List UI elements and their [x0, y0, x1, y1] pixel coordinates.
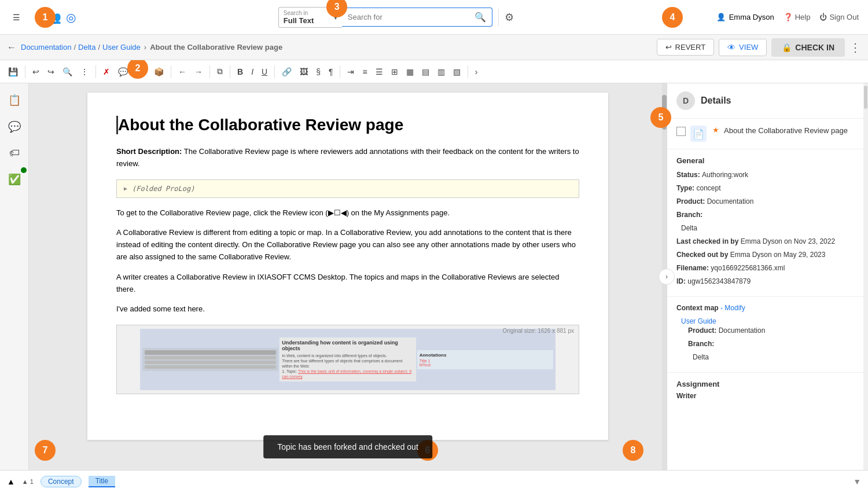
status-row: Status: Authoring:work [676, 170, 854, 180]
back-button[interactable]: ← [7, 42, 16, 53]
image-button[interactable]: 🖼 [296, 65, 311, 79]
section-button[interactable]: § [312, 65, 324, 79]
paragraph-3: A writer creates a Collaborative Review … [116, 271, 579, 296]
breadcrumb-delta[interactable]: Delta [78, 43, 95, 52]
format-btn-3[interactable]: ▥ [434, 65, 448, 79]
next-button[interactable]: → [191, 65, 206, 79]
user-guide-link[interactable]: User Guide [681, 317, 716, 325]
doc-type-icon: 📄 [690, 126, 707, 142]
filename-row: Filename: yqo1669225681366.xml [676, 263, 854, 273]
help-icon: ❓ [784, 13, 793, 21]
ul-button[interactable]: ☰ [372, 65, 387, 79]
expand-toolbar-button[interactable]: › [472, 65, 481, 79]
search-in-label: Search in [284, 10, 328, 16]
doc-display-name: About the Collaborative Review page [724, 126, 848, 136]
breadcrumb: Documentation / Delta / User Guide › Abo… [21, 43, 282, 52]
checkin-label: CHECK IN [795, 43, 834, 52]
details-doc-item: 📄 ★ About the Collaborative Review page [667, 119, 863, 149]
toolbar-more-button[interactable]: ⋮ [77, 65, 92, 79]
redo-button[interactable]: ↪ [44, 65, 58, 79]
left-panel: 📋 💬 🏷 ✅ [0, 83, 29, 470]
toolbar-divider-5 [230, 65, 230, 78]
search-input-wrap: 🔍 [342, 8, 492, 27]
breadcrumb-documentation[interactable]: Documentation [21, 43, 71, 52]
status-bar-collapse[interactable]: ▼ [853, 477, 861, 486]
format-btn-2[interactable]: ▤ [418, 65, 433, 79]
find-button[interactable]: 🔍 [59, 65, 76, 79]
context-branch-value: Delta [681, 352, 854, 362]
block-button[interactable]: 📦 [150, 65, 167, 79]
filter-button[interactable]: ⚙ [505, 11, 514, 24]
search-area: 3 Search in Full Text ▼ 🔍 ⚙ [83, 7, 709, 28]
breadcrumb-userguide[interactable]: User Guide [102, 43, 141, 52]
left-panel-icon-3[interactable]: 🏷 [6, 144, 23, 163]
more-options-button[interactable]: ⋮ [849, 41, 861, 54]
status-bar: ▲ ▲ 1 Concept Title ▼ [0, 470, 868, 492]
search-input[interactable] [342, 8, 469, 26]
bold-button[interactable]: B [234, 65, 247, 79]
doc-checkbox[interactable] [676, 127, 686, 136]
checkin-button[interactable]: 🔒 CHECK IN [771, 38, 845, 57]
concept-tab[interactable]: Concept [41, 476, 82, 487]
badge-8: 8 [623, 440, 643, 461]
left-panel-icon-4[interactable]: ✅ [5, 170, 24, 189]
badge-7: 7 [35, 440, 56, 461]
delete-button[interactable]: ✗ [100, 65, 113, 79]
view-button[interactable]: 👁 VIEW [719, 39, 767, 56]
toolbar-divider-8 [468, 65, 468, 78]
note-button[interactable]: 📝 [133, 65, 149, 79]
title-label: Title [95, 477, 108, 485]
checked-out-row: Checked out by Emma Dyson on May 29, 202… [676, 249, 854, 260]
title-tab[interactable]: Title [89, 476, 115, 487]
right-panel-container: › 5 D Details 📄 ★ About the Collaborativ… [667, 83, 868, 470]
para-button[interactable]: ¶ [325, 65, 337, 79]
assignment-section: Assignment Writer [667, 373, 863, 407]
page-number[interactable]: ▲ 1 [22, 478, 34, 485]
help-button[interactable]: ❓ Help [784, 13, 811, 21]
preview-size-label: Original size: 1626 x 881 px [503, 328, 574, 334]
details-header: D Details [667, 83, 863, 119]
context-map-modify[interactable]: - Modify [720, 304, 745, 312]
details-initial: D [676, 91, 695, 110]
right-panel-scrollbar[interactable] [863, 83, 868, 470]
toolbar-divider-3 [171, 65, 171, 78]
status-bar-expand[interactable]: ▲ [7, 477, 15, 486]
ol-button[interactable]: ≡ [359, 65, 370, 79]
indent-button[interactable]: ⇥ [344, 65, 358, 79]
product-row: Product: Documentation [676, 196, 854, 207]
search-in-dropdown[interactable]: Search in Full Text ▼ [278, 7, 342, 28]
revert-button[interactable]: ↩ REVERT [657, 39, 715, 56]
paragraph-4: I've added some text here. [116, 303, 579, 315]
dropdown-arrow-icon: ▼ [333, 14, 339, 20]
undo-button[interactable]: ↩ [29, 65, 43, 79]
copy-button[interactable]: ⧉ [214, 64, 226, 79]
save-button[interactable]: 💾 [5, 65, 21, 79]
short-desc-label: Short Description: [116, 147, 182, 156]
hamburger-menu[interactable]: ☰ [9, 10, 24, 24]
left-panel-icon-2[interactable]: 💬 [5, 117, 24, 137]
table-button[interactable]: ⊞ [388, 65, 402, 79]
panel-collapse-button[interactable]: › [659, 269, 675, 285]
scrollbar-thumb [662, 95, 667, 130]
doc-star-icon: ★ [712, 126, 719, 134]
prev-button[interactable]: ← [175, 65, 190, 79]
format-btn-4[interactable]: ▧ [450, 65, 464, 79]
editor-content[interactable]: About the Collaborative Review page Shor… [87, 93, 608, 440]
toolbar-divider-1 [25, 65, 25, 78]
main-area: 📋 💬 🏷 ✅ About the Collaborative Review p… [0, 83, 868, 470]
italic-button[interactable]: I [248, 65, 257, 79]
comment-button[interactable]: 💬 [115, 65, 131, 79]
format-btn-1[interactable]: ▦ [403, 65, 417, 79]
writer-label: Writer [676, 392, 854, 400]
search-button[interactable]: 🔍 [469, 8, 492, 26]
link-button[interactable]: 🔗 [278, 65, 295, 79]
underline-button[interactable]: U [258, 65, 271, 79]
view-label: VIEW [739, 43, 758, 52]
left-panel-icon-1[interactable]: 📋 [5, 90, 24, 110]
signout-button[interactable]: ⏻ Sign Out [819, 13, 859, 21]
toolbar-divider-6 [274, 65, 275, 78]
lock-icon: 🔒 [782, 43, 792, 52]
preview-inner: Understanding how content is organized u… [140, 329, 556, 390]
short-desc-text: The Collaborative Review page is where r… [116, 147, 579, 168]
top-nav: ☰ 1 👥 ◎ 3 Search in Full Text ▼ 🔍 ⚙ 4 👤 … [0, 0, 868, 35]
